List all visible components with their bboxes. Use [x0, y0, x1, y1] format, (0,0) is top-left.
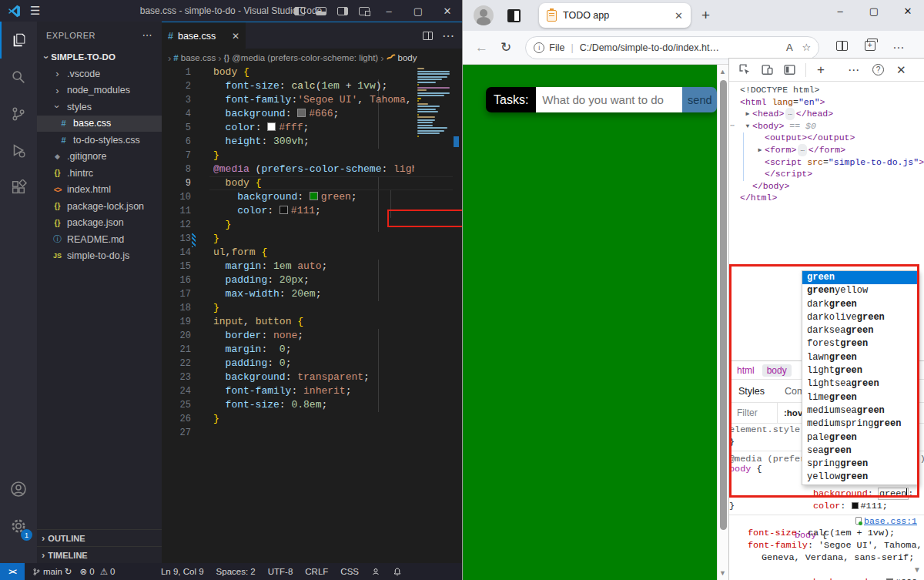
- code-line-17[interactable]: 17 max-width: 20em;: [162, 287, 462, 301]
- autocomplete-option-seagreen[interactable]: seagreen: [802, 444, 918, 458]
- scroll-down-icon[interactable]: ▼: [719, 569, 726, 577]
- toggle-secondary-sidebar-icon[interactable]: [337, 7, 348, 15]
- read-aloud-icon[interactable]: A: [786, 42, 793, 53]
- explorer-more-actions-icon[interactable]: ⋯: [142, 29, 153, 41]
- editor-more-actions-icon[interactable]: ⋯: [442, 28, 454, 43]
- browser-tab-todo-app[interactable]: TODO app ✕: [539, 3, 691, 28]
- breadcrumb-html[interactable]: html: [737, 365, 755, 376]
- minimap[interactable]: [414, 65, 453, 166]
- browser-settings-dots-icon[interactable]: ⋯: [892, 41, 905, 55]
- autocomplete-option-mediumspringgreen[interactable]: mediumspringgreen: [802, 417, 918, 431]
- autocomplete-option-lightseagreen[interactable]: lightseagreen: [802, 377, 918, 391]
- feedback-icon[interactable]: [371, 567, 380, 576]
- autocomplete-option-green[interactable]: green: [802, 271, 918, 284]
- address-bar[interactable]: i File | C:/Demo/simple-to-do/index.ht… …: [525, 36, 819, 59]
- breadcrumb-body[interactable]: body: [762, 364, 792, 377]
- code-line-27[interactable]: 27: [162, 426, 462, 440]
- explorer-item-node_modules[interactable]: ›node_modules: [37, 82, 162, 99]
- dom-node[interactable]: <output></output>: [729, 132, 924, 144]
- autocomplete-option-lightgreen[interactable]: lightgreen: [802, 364, 918, 377]
- color-swatch[interactable]: [267, 122, 276, 131]
- encoding-indicator[interactable]: UTF-8: [268, 567, 293, 576]
- autocomplete-option-palegreen[interactable]: palegreen: [802, 431, 918, 444]
- dom-node[interactable]: </html>: [729, 192, 924, 204]
- explorer-activity-icon[interactable]: [0, 22, 37, 59]
- explorer-item-README.md[interactable]: ⓘREADME.md: [37, 231, 162, 248]
- split-editor-icon[interactable]: [423, 32, 433, 40]
- dom-node[interactable]: ⋯▼<body> == $0: [729, 120, 924, 132]
- settings-gear-icon[interactable]: 1: [0, 508, 37, 545]
- back-button[interactable]: ←: [475, 40, 488, 55]
- favorites-star-icon[interactable]: ☆: [802, 42, 812, 53]
- autocomplete-option-yellowgreen[interactable]: yellowgreen: [802, 471, 918, 484]
- branch-indicator[interactable]: main ↻: [32, 566, 72, 577]
- code-line-25[interactable]: 25 font-size: 0.8em;: [162, 398, 462, 412]
- code-line-13[interactable]: 13}: [162, 232, 462, 246]
- dom-tree[interactable]: <!DOCTYPE html><html lang="en">▶<head>…<…: [729, 84, 924, 204]
- code-editor[interactable]: 1body {2 font-size: calc(1em + 1vw);3 fo…: [162, 65, 462, 563]
- code-line-11[interactable]: 11 color: #111;: [162, 204, 462, 218]
- url-text[interactable]: C:/Demo/simple-to-do/index.ht…: [580, 42, 719, 53]
- notifications-bell-icon[interactable]: [393, 567, 402, 577]
- browser-maximize-button[interactable]: ▢: [857, 0, 891, 22]
- color-swatch[interactable]: [297, 109, 306, 117]
- explorer-item-styles[interactable]: ›styles: [37, 99, 162, 116]
- profile-avatar[interactable]: [474, 5, 494, 25]
- dom-node[interactable]: ▶<head>…</head>: [729, 108, 924, 120]
- toggle-sidebar-icon[interactable]: [294, 7, 305, 15]
- font-size-declaration[interactable]: font-size: calc(1em + 1vw);: [729, 527, 924, 539]
- explorer-item-package.json[interactable]: {}package.json: [37, 215, 162, 232]
- extensions-activity-icon[interactable]: [0, 169, 37, 206]
- scrollbar-thumb[interactable]: [720, 80, 727, 530]
- customize-layout-icon[interactable]: [359, 7, 370, 15]
- dom-node-menu-icon[interactable]: ⋯: [730, 120, 734, 132]
- language-indicator[interactable]: CSS: [340, 567, 359, 576]
- source-control-activity-icon[interactable]: [0, 96, 37, 132]
- menu-icon[interactable]: ☰: [30, 4, 40, 18]
- tab-close-icon[interactable]: ✕: [232, 31, 239, 42]
- code-line-15[interactable]: 15 margin: 1em auto;: [162, 260, 462, 273]
- new-tab-button[interactable]: +: [701, 7, 710, 24]
- outline-section[interactable]: › OUTLINE: [37, 529, 162, 546]
- code-line-26[interactable]: 26}: [162, 412, 462, 426]
- dom-node[interactable]: ▶<form>…</form>: [729, 144, 924, 156]
- explorer-item-.gitignore[interactable]: ◆.gitignore: [37, 149, 162, 166]
- explorer-item-to-do-styles.css[interactable]: #to-do-styles.css: [37, 132, 162, 149]
- remote-indicator[interactable]: ><: [0, 563, 25, 580]
- timeline-section[interactable]: › TIMELINE: [37, 546, 162, 563]
- scroll-up-icon[interactable]: ▲: [719, 68, 726, 75]
- expand-icon[interactable]: ▶: [755, 144, 765, 156]
- styles-scroll-down-icon[interactable]: ▼: [913, 565, 921, 574]
- cursor-position[interactable]: Ln 9, Col 9: [161, 567, 204, 576]
- code-line-10[interactable]: 10 background: green;: [162, 190, 462, 204]
- dock-side-icon[interactable]: [783, 63, 796, 76]
- code-line-22[interactable]: 22 padding: 0;: [162, 357, 462, 370]
- tab-base-css[interactable]: # base.css ✕: [162, 22, 246, 49]
- indentation-indicator[interactable]: Spaces: 2: [216, 567, 256, 576]
- autocomplete-option-darkseagreen[interactable]: darkseagreen: [802, 324, 918, 337]
- overridden-background-declaration[interactable]: background: ▶ #666;: [729, 564, 924, 576]
- add-panel-icon[interactable]: +: [817, 62, 825, 78]
- split-screen-icon[interactable]: [836, 41, 848, 51]
- autocomplete-option-springgreen[interactable]: springgreen: [802, 458, 918, 471]
- search-activity-icon[interactable]: [0, 59, 37, 96]
- code-line-12[interactable]: 12 }: [162, 218, 462, 232]
- help-icon[interactable]: ?: [872, 64, 884, 75]
- problems-indicator[interactable]: ⊗0 ⚠0: [80, 566, 116, 577]
- color-swatch[interactable]: [310, 192, 318, 200]
- dom-node[interactable]: <html lang="en">: [729, 96, 924, 109]
- explorer-item-index.html[interactable]: <>index.html: [37, 182, 162, 199]
- styles-filter-input[interactable]: Filter: [729, 407, 777, 418]
- autocomplete-option-limegreen[interactable]: limegreen: [802, 391, 918, 404]
- vscode-minimize-button[interactable]: –: [374, 0, 403, 22]
- vscode-maximize-button[interactable]: ▢: [403, 0, 433, 22]
- autocomplete-option-darkgreen[interactable]: darkgreen: [802, 298, 918, 311]
- explorer-item-.vscode[interactable]: ›.vscode: [37, 65, 162, 82]
- expand-icon[interactable]: ▶: [743, 108, 752, 120]
- tab-styles[interactable]: Styles: [738, 386, 765, 397]
- project-root-folder[interactable]: › SIMPLE-TO-DO: [37, 49, 162, 65]
- dom-node[interactable]: </body>: [729, 180, 924, 193]
- autocomplete-option-darkolivegreen[interactable]: darkolivegreen: [802, 311, 918, 324]
- explorer-item-package-lock.json[interactable]: {}package-lock.json: [37, 198, 162, 215]
- code-line-18[interactable]: 18}: [162, 301, 462, 315]
